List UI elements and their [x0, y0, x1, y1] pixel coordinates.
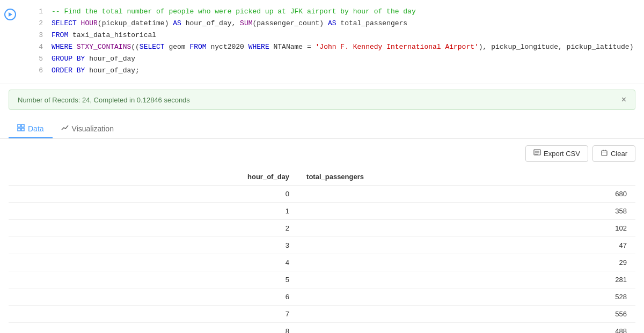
table-header-row: hour_of_day total_passengers [9, 168, 635, 186]
cell-total-passengers: 556 [298, 306, 635, 323]
cell-hour-of-day: 8 [9, 323, 298, 334]
clear-label: Clear [611, 150, 627, 158]
code-editor: 1 -- Find the total number of people who… [0, 0, 644, 84]
line-number-1: 1 [30, 6, 43, 18]
svg-marker-0 [9, 12, 12, 17]
code-line-3: 3 FROM taxi_data_historical [24, 30, 644, 42]
cell-total-passengers: 281 [298, 271, 635, 288]
cell-hour-of-day: 4 [9, 254, 298, 271]
col-header-hour-of-day: hour_of_day [9, 168, 298, 186]
cell-total-passengers: 680 [298, 186, 635, 203]
table-row: 8488 [9, 323, 635, 334]
cell-total-passengers: 488 [298, 323, 635, 334]
line-number-5: 5 [30, 54, 43, 65]
run-button[interactable] [4, 9, 16, 20]
cell-hour-of-day: 2 [9, 220, 298, 237]
grid-icon [17, 124, 25, 133]
cell-total-passengers: 47 [298, 237, 635, 254]
cell-hour-of-day: 6 [9, 288, 298, 306]
chart-icon [61, 124, 69, 133]
line-number-6: 6 [30, 65, 43, 77]
code-line-5-content: GROUP BY hour_of_day [52, 54, 135, 65]
table-row: 5281 [9, 271, 635, 288]
cell-total-passengers: 358 [298, 203, 635, 220]
tab-visualization-label: Visualization [72, 124, 114, 133]
tabs-area: Data Visualization [0, 115, 644, 139]
table-row: 2102 [9, 220, 635, 237]
code-line-5: 5 GROUP BY hour_of_day [24, 54, 644, 65]
toolbar: Export CSV Clear [0, 139, 644, 168]
cell-hour-of-day: 0 [9, 186, 298, 203]
code-line-4-content: WHERE STXY_CONTAINS((SELECT geom FROM ny… [52, 42, 633, 53]
line-number-3: 3 [30, 30, 43, 41]
svg-rect-1 [18, 124, 20, 127]
clear-button[interactable]: Clear [592, 145, 635, 162]
data-table-container: hour_of_day total_passengers 06801358210… [0, 168, 644, 333]
export-csv-icon [533, 149, 541, 158]
code-line-1: 1 -- Find the total number of people who… [24, 6, 644, 18]
status-text: Number of Records: 24, Completed in 0.12… [18, 96, 190, 104]
cell-total-passengers: 102 [298, 220, 635, 237]
cell-total-passengers: 29 [298, 254, 635, 271]
table-row: 6528 [9, 288, 635, 306]
line-number-2: 2 [30, 18, 43, 29]
cell-hour-of-day: 7 [9, 306, 298, 323]
tab-data-label: Data [28, 124, 44, 133]
code-line-4: 4 WHERE STXY_CONTAINS((SELECT geom FROM … [24, 42, 644, 54]
line-number-4: 4 [30, 42, 43, 53]
tab-visualization[interactable]: Visualization [53, 120, 122, 138]
table-row: 1358 [9, 203, 635, 220]
table-row: 7556 [9, 306, 635, 323]
data-table: hour_of_day total_passengers 06801358210… [9, 168, 635, 333]
table-row: 429 [9, 254, 635, 271]
status-close-button[interactable]: × [621, 95, 626, 104]
cell-hour-of-day: 5 [9, 271, 298, 288]
svg-rect-9 [602, 151, 607, 156]
svg-rect-3 [18, 128, 20, 131]
svg-rect-2 [21, 124, 24, 127]
code-line-2: 2 SELECT HOUR(pickup_datetime) AS hour_o… [24, 18, 644, 30]
cell-hour-of-day: 3 [9, 237, 298, 254]
export-csv-button[interactable]: Export CSV [525, 145, 588, 162]
table-row: 0680 [9, 186, 635, 203]
cell-hour-of-day: 1 [9, 203, 298, 220]
tab-data[interactable]: Data [9, 120, 53, 138]
cell-total-passengers: 528 [298, 288, 635, 306]
table-body: 06801358210234742952816528755684889304 [9, 186, 635, 334]
code-line-6: 6 ORDER BY hour_of_day; [24, 65, 644, 77]
col-header-total-passengers: total_passengers [298, 168, 635, 186]
code-line-3-content: FROM taxi_data_historical [52, 30, 156, 41]
code-line-2-content: SELECT HOUR(pickup_datetime) AS hour_of_… [52, 18, 407, 29]
export-csv-label: Export CSV [544, 150, 580, 158]
clear-icon [601, 149, 608, 158]
code-line-1-content: -- Find the total number of people who w… [52, 6, 416, 18]
table-row: 347 [9, 237, 635, 254]
code-line-6-content: ORDER BY hour_of_day; [52, 65, 140, 77]
svg-rect-4 [21, 128, 24, 131]
status-bar: Number of Records: 24, Completed in 0.12… [9, 90, 635, 110]
